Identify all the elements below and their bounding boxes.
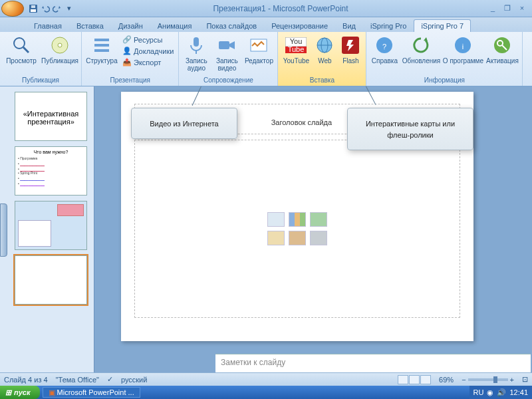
save-icon[interactable] <box>28 3 39 14</box>
tab-animation[interactable]: Анимация <box>150 19 200 32</box>
undo-icon[interactable] <box>40 3 51 14</box>
group-publish: Просмотр Публикация Публикация <box>0 32 82 86</box>
status-language[interactable]: русский <box>121 376 147 384</box>
svg-rect-7 <box>94 39 109 41</box>
start-button[interactable]: ⊞пуск <box>0 386 40 399</box>
web-button[interactable]: Web <box>313 33 336 65</box>
table-icon[interactable] <box>267 212 285 227</box>
flash-button[interactable]: Flash <box>338 33 363 65</box>
tab-slideshow[interactable]: Показ слайдов <box>199 19 264 32</box>
sorter-view-button[interactable] <box>409 375 420 384</box>
slide-canvas: ЗаЗаголовок слайда Видео из Интернета Ин… <box>94 86 532 372</box>
callout-video: Видео из Интернета <box>131 108 237 139</box>
tray-lang[interactable]: RU <box>473 388 484 396</box>
svg-rect-9 <box>94 49 109 52</box>
group-insert: YouTube YouTube Web Flash Вставка <box>278 32 366 86</box>
svg-rect-1 <box>31 9 36 12</box>
svg-rect-10 <box>194 37 199 47</box>
tray-clock[interactable]: 12:41 <box>509 388 528 396</box>
structure-icon <box>91 35 112 56</box>
publish-button[interactable]: Публикация <box>41 33 78 65</box>
thumbnail-2[interactable]: 2 Что вам нужно? • Программа• ______• __… <box>15 146 87 196</box>
preview-button[interactable]: Просмотр <box>3 33 40 65</box>
placeholder-icons <box>267 212 327 245</box>
group-presentation: Структура 🔗Ресурсы 👤Докладчики 📤Экспорт … <box>82 32 179 86</box>
zoom-slider[interactable]: −+ <box>462 376 514 384</box>
status-theme: "Тема Office" <box>56 376 99 384</box>
refresh-icon <box>410 35 432 56</box>
thumbnail-1[interactable]: 1«Интерактивная презентация» <box>15 92 87 141</box>
minimize-button[interactable]: _ <box>487 4 499 13</box>
svg-text:Tube: Tube <box>288 45 305 53</box>
callout-flash: Интерактивные карты или флеш-ролики <box>347 108 473 150</box>
media-icon[interactable] <box>310 231 327 245</box>
tab-design[interactable]: Дизайн <box>111 19 150 32</box>
activation-button[interactable]: Активация <box>485 33 519 65</box>
tray-icon[interactable]: ◉ <box>487 388 493 397</box>
updates-button[interactable]: Обновления <box>401 33 441 65</box>
person-icon: 👤 <box>122 47 132 56</box>
flash-icon <box>340 35 361 56</box>
svg-point-6 <box>58 43 62 47</box>
svg-line-4 <box>23 47 29 53</box>
office-button[interactable] <box>1 1 24 17</box>
record-audio-button[interactable]: Запись аудио <box>182 33 211 72</box>
mic-icon <box>186 35 207 56</box>
editor-icon <box>248 35 269 56</box>
editor-button[interactable]: Редактор <box>243 33 275 65</box>
thumbnail-3[interactable]: 3 <box>15 201 87 250</box>
help-button[interactable]: ? Справка <box>369 33 400 65</box>
record-video-button[interactable]: Запись видео <box>212 33 241 72</box>
picture-icon[interactable] <box>267 231 285 245</box>
clipart-icon[interactable] <box>289 231 306 245</box>
svg-text:i: i <box>462 43 464 51</box>
statusbar: Слайд 4 из 4 "Тема Office" ✓ русский 69%… <box>0 372 532 386</box>
youtube-icon: YouTube <box>285 35 307 56</box>
normal-view-button[interactable] <box>398 375 408 384</box>
tab-review[interactable]: Рецензирование <box>264 19 335 32</box>
content-placeholder[interactable] <box>134 140 460 318</box>
taskbar: ⊞пуск ▣Microsoft PowerPoint ... RU ◉ 🔊 1… <box>0 386 532 399</box>
globe-icon <box>314 35 335 56</box>
maximize-button[interactable]: ❐ <box>501 4 513 13</box>
fit-button[interactable]: ⊡ <box>522 375 528 384</box>
tab-view[interactable]: Вид <box>335 19 363 32</box>
help-icon: ? <box>374 35 395 56</box>
powerpoint-icon: ▣ <box>49 388 55 397</box>
tab-ispring[interactable]: iSpring Pro <box>363 19 414 32</box>
system-tray: RU ◉ 🔊 12:41 <box>469 386 532 399</box>
youtube-button[interactable]: YouTube YouTube <box>281 33 311 65</box>
side-toolbar[interactable] <box>0 203 7 257</box>
tab-ispring7[interactable]: iSpring Pro 7 <box>414 19 471 32</box>
link-icon: 🔗 <box>122 35 132 45</box>
redo-icon[interactable] <box>52 3 63 14</box>
chart-icon[interactable] <box>289 212 306 227</box>
tab-home[interactable]: Главная <box>27 19 69 32</box>
quick-access-toolbar: ▾ <box>28 3 74 14</box>
svg-point-3 <box>14 38 25 49</box>
taskbar-app[interactable]: ▣Microsoft PowerPoint ... <box>43 387 140 398</box>
svg-text:?: ? <box>382 43 386 51</box>
spellcheck-icon[interactable]: ✓ <box>107 375 113 384</box>
close-button[interactable]: × <box>516 4 528 13</box>
svg-rect-8 <box>94 44 109 47</box>
thumbnail-4[interactable]: 4 <box>15 255 87 305</box>
export-button[interactable]: 📤Экспорт <box>120 57 176 68</box>
view-buttons <box>398 375 431 384</box>
tray-volume-icon[interactable]: 🔊 <box>497 388 506 397</box>
structure-button[interactable]: Структура <box>84 33 119 65</box>
smartart-icon[interactable] <box>310 212 327 227</box>
presenters-button[interactable]: 👤Докладчики <box>120 46 176 57</box>
zoom-level[interactable]: 69% <box>439 376 454 384</box>
about-button[interactable]: i О программе <box>442 33 483 65</box>
tab-insert[interactable]: Вставка <box>69 19 111 32</box>
slideshow-view-button[interactable] <box>420 375 431 384</box>
group-info: ? Справка Обновления i О программе Актив… <box>366 32 523 86</box>
resources-button[interactable]: 🔗Ресурсы <box>120 35 176 45</box>
svg-rect-2 <box>31 5 35 8</box>
key-icon <box>491 35 513 56</box>
notes-pane[interactable]: Заметки к слайду <box>215 354 531 372</box>
workspace: 1«Интерактивная презентация» 2 Что вам н… <box>0 86 532 372</box>
qat-dropdown-icon[interactable]: ▾ <box>64 3 74 14</box>
svg-rect-12 <box>219 41 229 49</box>
